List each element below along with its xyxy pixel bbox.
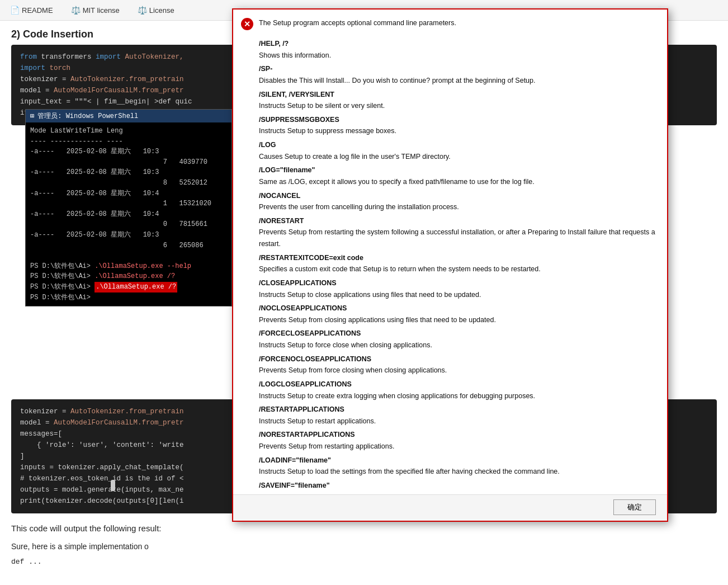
code-autotokenizer: AutoTokenizer, (125, 53, 184, 61)
code-model-assign: model = (20, 87, 54, 95)
readme-icon: 📄 (10, 6, 20, 15)
code-import2: import (20, 64, 50, 72)
powershell-window: ⊞ 管理员: Windows PowerShell Mode LastWrite… (25, 109, 232, 306)
ps-table-header: Mode LastWriteTime Leng (30, 126, 227, 136)
ps-row-1b: 7 4039770 (30, 157, 227, 168)
mit-license-icon: ⚖️ (71, 6, 81, 15)
tab-license-label: License (149, 6, 174, 15)
param-item-3: /SUPPRESSMSGBOXESInstructs Setup to supp… (259, 114, 658, 137)
param-name-1: /SP- (259, 63, 658, 75)
param-name-10: /NOCLOSEAPPLICATIONS (259, 303, 658, 314)
dialog-header: ✕ The Setup program accepts optional com… (233, 10, 667, 36)
code-torch: torch (50, 64, 71, 72)
code-automodel-method: AutoModelForCausalLM.from_pretr (54, 87, 184, 95)
param-desc-16: Instructs Setup to load the settings fro… (259, 466, 658, 478)
dialog-overlay: ✕ The Setup program accepts optional com… (232, 8, 668, 522)
code-autotokenizer-method: AutoTokenizer.from_pretrain (70, 76, 184, 83)
ps-titlebar-label: 管理员: Windows PowerShell (37, 111, 138, 121)
ps-table-divider: ---- ------------- ---- (30, 136, 227, 147)
ps-row-3b: 1 15321020 (30, 199, 227, 209)
param-item-1: /SP-Disables the This will Install... Do… (259, 63, 658, 86)
param-name-5: /LOG="filename" (259, 164, 658, 176)
param-desc-2: Instructs Setup to be silent or very sil… (259, 100, 658, 112)
param-name-3: /SUPPRESSMSGBOXES (259, 114, 658, 126)
def-line: def ... (0, 555, 728, 568)
dialog-intro-text: The Setup program accepts optional comma… (259, 17, 658, 29)
param-item-5: /LOG="filename"Same as /LOG, except it a… (259, 164, 658, 187)
ps-content: Mode LastWriteTime Leng ---- -----------… (26, 122, 231, 306)
param-desc-14: Instructs Setup to restart applications. (259, 416, 658, 427)
param-name-8: /RESTARTEXITCODE=exit code (259, 252, 658, 264)
code-from: from (20, 53, 41, 61)
param-name-11: /FORCECLOSEAPPLICATIONS (259, 328, 658, 339)
param-name-15: /NORESTARTAPPLICATIONS (259, 429, 658, 441)
ps-row-5b: 6 265086 (30, 240, 227, 251)
ps-titlebar-icon: ⊞ (30, 112, 34, 120)
ps-cmd-3-selected: .\OllamaSetup.exe /? (94, 282, 177, 292)
ps-titlebar: ⊞ 管理员: Windows PowerShell (26, 110, 231, 122)
param-name-6: /NOCANCEL (259, 190, 658, 202)
ps-cmd-2-highlight: .\OllamaSetup.exe /? (94, 272, 175, 280)
param-name-0: /HELP, /? (259, 38, 658, 50)
ps-row-1: -a---- 2025-02-08 星期六 10:3 (30, 147, 227, 157)
ps-row-5: -a---- 2025-02-08 星期六 10:3 (30, 230, 227, 240)
ps-cmd-1: PS D:\软件包\Ai> .\OllamaSetup.exe --help (30, 261, 227, 272)
ps-cmd-4: PS D:\软件包\Ai> (30, 292, 227, 303)
tab-license[interactable]: ⚖️ License (133, 3, 179, 17)
code-input-text: input_text = """< | fim__begin| >def qui… (20, 98, 192, 106)
dialog-error-icon: ✕ (241, 18, 253, 30)
param-desc-5: Same as /LOG, except it allows you to sp… (259, 176, 658, 188)
ps-row-2b: 8 5252012 (30, 178, 227, 188)
param-item-2: /SILENT, /VERYSILENTInstructs Setup to b… (259, 89, 658, 112)
param-item-15: /NORESTARTAPPLICATIONSPrevents Setup fro… (259, 429, 658, 452)
param-desc-3: Instructs Setup to suppress message boxe… (259, 125, 658, 137)
param-desc-4: Causes Setup to create a log file in the… (259, 151, 658, 163)
license-icon: ⚖️ (138, 6, 147, 15)
param-name-14: /RESTARTAPPLICATIONS (259, 404, 658, 416)
tab-mit-license-label: MIT license (83, 6, 120, 15)
param-name-7: /NORESTART (259, 215, 658, 227)
ps-row-4b: 0 7815661 (30, 219, 227, 230)
param-name-17: /SAVEINF="filename" (259, 480, 658, 492)
ps-cmd-1-highlight: .\OllamaSetup.exe --help (94, 262, 191, 270)
ps-cmd-2: PS D:\软件包\Ai> .\OllamaSetup.exe /? (30, 271, 227, 282)
param-desc-7: Prevents Setup from restarting the syste… (259, 227, 658, 249)
param-desc-10: Prevents Setup from closing applications… (259, 314, 658, 326)
param-item-14: /RESTARTAPPLICATIONSInstructs Setup to r… (259, 404, 658, 427)
sure-text: Sure, here is a simple implementation o (0, 537, 728, 555)
param-name-13: /LOGCLOSEAPPLICATIONS (259, 379, 658, 390)
param-name-9: /CLOSEAPPLICATIONS (259, 277, 658, 289)
param-item-9: /CLOSEAPPLICATIONSInstructs Setup to clo… (259, 277, 658, 300)
param-name-2: /SILENT, /VERYSILENT (259, 89, 658, 101)
tab-readme[interactable]: 📄 README (6, 3, 58, 17)
param-desc-6: Prevents the user from cancelling during… (259, 201, 658, 213)
code-transformers: transformers (41, 53, 96, 61)
param-item-8: /RESTARTEXITCODE=exit codeSpecifies a cu… (259, 252, 658, 275)
param-name-4: /LOG (259, 139, 658, 151)
dialog-params-area: /HELP, /?Shows this information./SP-Disa… (233, 36, 667, 494)
param-item-6: /NOCANCELPrevents the user from cancelli… (259, 190, 658, 213)
param-name-16: /LOADINF="filename" (259, 455, 658, 466)
dialog-intro: The Setup program accepts optional comma… (259, 19, 456, 27)
param-item-10: /NOCLOSEAPPLICATIONSPrevents Setup from … (259, 303, 658, 325)
param-desc-15: Prevents Setup from restarting applicati… (259, 441, 658, 452)
ps-cmd-3: PS D:\软件包\Ai> .\OllamaSetup.exe /? (30, 282, 227, 292)
param-desc-1: Disables the This will Install... Do you… (259, 75, 658, 87)
param-item-4: /LOGCauses Setup to create a log file in… (259, 139, 658, 162)
param-item-17: /SAVEINF="filename"Instructs Setup to sa… (259, 480, 658, 494)
dialog-footer: 确定 (233, 494, 667, 521)
param-item-11: /FORCECLOSEAPPLICATIONSInstructs Setup t… (259, 328, 658, 351)
param-name-12: /FORCENOCLOSEAPPLICATIONS (259, 353, 658, 365)
param-desc-12: Prevents Setup from force closing when c… (259, 365, 658, 376)
scrollbar-hint (111, 480, 115, 491)
param-desc-13: Instructs Setup to create extra logging … (259, 390, 658, 402)
ps-row-2: -a---- 2025-02-08 星期六 10:3 (30, 167, 227, 178)
param-item-12: /FORCENOCLOSEAPPLICATIONSPrevents Setup … (259, 353, 658, 376)
tab-mit-license[interactable]: ⚖️ MIT license (67, 3, 124, 17)
tab-readme-label: README (22, 6, 53, 15)
code-import: import (96, 53, 125, 61)
param-desc-9: Instructs Setup to close applications us… (259, 289, 658, 301)
param-desc-11: Instructs Setup to force close when clos… (259, 339, 658, 351)
param-item-0: /HELP, /?Shows this information. (259, 38, 658, 61)
ok-button[interactable]: 确定 (613, 499, 656, 515)
